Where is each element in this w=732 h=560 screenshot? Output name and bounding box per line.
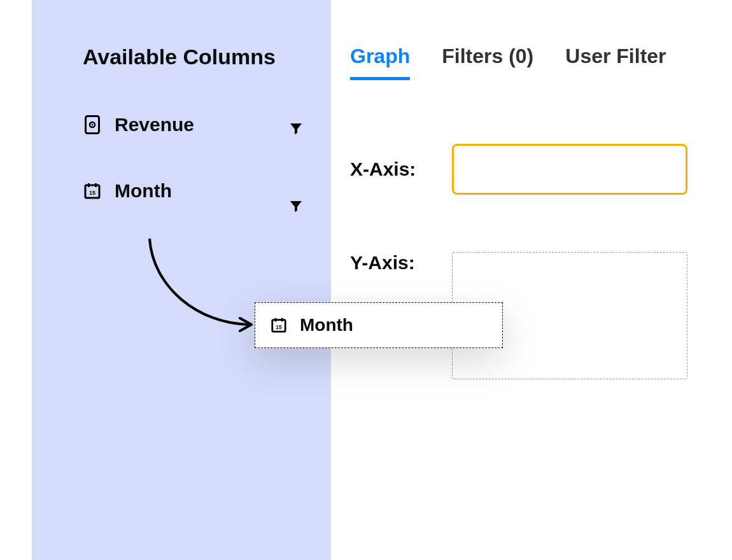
svg-rect-8: [275, 318, 277, 322]
svg-rect-4: [88, 183, 90, 187]
svg-rect-9: [281, 318, 283, 322]
y-axis-label: Y-Axis:: [350, 252, 452, 274]
svg-text:15: 15: [89, 190, 95, 196]
column-label: Month: [115, 180, 300, 202]
money-icon: [83, 115, 102, 134]
calendar-icon: 15: [269, 316, 288, 335]
svg-text:15: 15: [276, 324, 282, 330]
chart-builder: Available Columns Revenue 15: [0, 0, 732, 560]
column-label: Revenue: [115, 114, 300, 136]
config-tabs: Graph Filters (0) User Filter: [350, 45, 707, 80]
available-columns-panel: Available Columns Revenue 15: [32, 0, 331, 560]
tab-graph[interactable]: Graph: [350, 45, 410, 80]
x-axis-row: X-Axis:: [350, 144, 707, 195]
x-axis-label: X-Axis:: [350, 158, 452, 180]
available-columns-title: Available Columns: [83, 45, 300, 69]
filter-icon[interactable]: [285, 118, 307, 139]
column-item-month[interactable]: 15 Month: [83, 180, 300, 202]
config-panel: Graph Filters (0) User Filter X-Axis: Y-…: [331, 0, 732, 560]
svg-rect-5: [95, 183, 97, 187]
column-item-revenue[interactable]: Revenue: [83, 114, 300, 136]
calendar-icon: 15: [83, 181, 102, 200]
drag-ghost-label: Month: [300, 315, 502, 335]
drag-ghost-month[interactable]: 15 Month: [255, 302, 503, 348]
svg-point-2: [92, 124, 93, 125]
tab-user-filter[interactable]: User Filter: [565, 45, 666, 80]
filter-icon[interactable]: [285, 195, 307, 217]
x-axis-dropzone[interactable]: [452, 144, 687, 195]
tab-filters[interactable]: Filters (0): [442, 45, 533, 80]
